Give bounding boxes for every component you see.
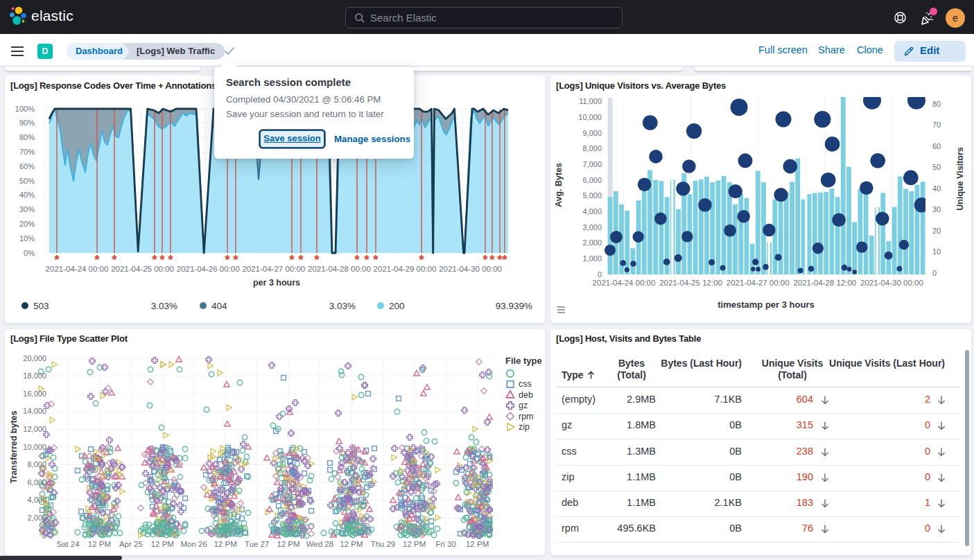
svg-text:css: css [519,379,532,389]
svg-text:12 PM: 12 PM [403,540,426,548]
svg-text:File type: File type [505,356,542,366]
svg-text:Fri 30: Fri 30 [435,540,455,548]
svg-text:50: 50 [932,163,941,171]
svg-text:2021-04-27 00:00: 2021-04-27 00:00 [727,279,790,287]
svg-text:80: 80 [932,100,941,108]
svg-text:1,000: 1,000 [582,254,602,263]
svg-text:gz: gz [519,401,528,410]
svg-text:timestamp per 3 hours: timestamp per 3 hours [718,299,814,310]
svg-text:9,000: 9,000 [582,129,602,137]
svg-text:deb: deb [519,390,533,400]
svg-text:12 PM: 12 PM [340,540,363,548]
svg-text:rpm: rpm [519,412,534,421]
svg-text:0: 0 [932,269,937,277]
svg-text:Apr 25: Apr 25 [119,540,143,548]
svg-text:Transferred bytes: Transferred bytes [9,411,19,484]
svg-text:2,000: 2,000 [27,514,46,522]
svg-text:40: 40 [932,184,941,193]
svg-text:0: 0 [598,270,602,279]
svg-text:11,000: 11,000 [579,97,602,105]
svg-text:3,000: 3,000 [582,223,602,231]
svg-text:10: 10 [932,247,941,256]
svg-text:7,000: 7,000 [582,160,602,168]
svg-text:12,000: 12,000 [23,425,46,433]
svg-text:Avg. Bytes: Avg. Bytes [554,163,564,207]
svg-text:20: 20 [932,227,941,235]
svg-text:12 PM: 12 PM [88,540,111,548]
svg-text:Sat 24: Sat 24 [56,540,80,548]
svg-text:Wed 28: Wed 28 [306,540,333,548]
svg-text:Unique Visitors: Unique Visitors [955,147,965,211]
svg-text:4,000: 4,000 [582,207,602,216]
svg-text:2021-04-28 12:00: 2021-04-28 12:00 [793,279,856,287]
svg-text:14,000: 14,000 [23,407,46,415]
svg-text:70: 70 [932,121,941,129]
svg-text:8,000: 8,000 [27,460,46,469]
svg-text:2,000: 2,000 [582,238,602,247]
svg-text:30: 30 [932,205,941,213]
svg-text:8,000: 8,000 [582,144,602,152]
svg-text:18,000: 18,000 [23,371,46,380]
svg-text:Tue 27: Tue 27 [245,540,269,548]
svg-text:10,000: 10,000 [23,443,46,451]
svg-text:zip: zip [519,422,530,432]
svg-text:0: 0 [42,532,46,540]
svg-text:6,000: 6,000 [27,478,46,487]
svg-text:10,000: 10,000 [578,113,602,121]
svg-text:12 PM: 12 PM [151,540,174,548]
svg-text:4,000: 4,000 [27,496,46,504]
svg-text:Thu 29: Thu 29 [370,540,395,548]
svg-text:12 PM: 12 PM [277,540,299,548]
svg-text:2021-04-30 00:00: 2021-04-30 00:00 [860,279,923,287]
svg-text:Mon 26: Mon 26 [181,540,207,548]
svg-text:5,000: 5,000 [582,191,602,200]
svg-text:2021-04-24 00:00: 2021-04-24 00:00 [593,279,656,287]
svg-text:20,000: 20,000 [23,354,46,362]
svg-text:2021-04-25 12:00: 2021-04-25 12:00 [659,279,722,287]
svg-text:12 PM: 12 PM [466,540,489,548]
svg-text:60: 60 [932,142,941,150]
svg-text:12 PM: 12 PM [214,540,236,548]
svg-text:16,000: 16,000 [23,390,46,398]
svg-text:6,000: 6,000 [582,176,602,184]
